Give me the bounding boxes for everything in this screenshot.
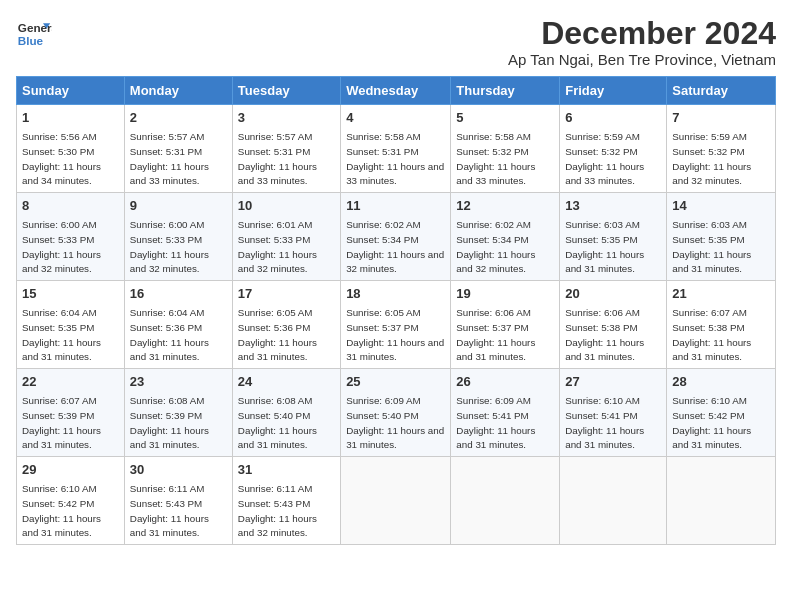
calendar-table: SundayMondayTuesdayWednesdayThursdayFrid…	[16, 76, 776, 545]
day-header-thursday: Thursday	[451, 77, 560, 105]
day-info: Sunrise: 6:00 AMSunset: 5:33 PMDaylight:…	[130, 219, 209, 274]
day-info: Sunrise: 5:57 AMSunset: 5:31 PMDaylight:…	[238, 131, 317, 186]
calendar-cell: 4Sunrise: 5:58 AMSunset: 5:31 PMDaylight…	[341, 105, 451, 193]
title-block: December 2024 Ap Tan Ngai, Ben Tre Provi…	[508, 16, 776, 68]
day-number: 23	[130, 373, 227, 391]
day-header-sunday: Sunday	[17, 77, 125, 105]
calendar-cell: 10Sunrise: 6:01 AMSunset: 5:33 PMDayligh…	[232, 193, 340, 281]
day-number: 16	[130, 285, 227, 303]
day-number: 12	[456, 197, 554, 215]
calendar-cell: 9Sunrise: 6:00 AMSunset: 5:33 PMDaylight…	[124, 193, 232, 281]
calendar-cell	[667, 457, 776, 545]
day-header-monday: Monday	[124, 77, 232, 105]
logo: General Blue General Blue	[16, 16, 52, 52]
calendar-cell: 1Sunrise: 5:56 AMSunset: 5:30 PMDaylight…	[17, 105, 125, 193]
day-info: Sunrise: 6:07 AMSunset: 5:38 PMDaylight:…	[672, 307, 751, 362]
day-info: Sunrise: 6:06 AMSunset: 5:37 PMDaylight:…	[456, 307, 535, 362]
page-title: December 2024	[508, 16, 776, 51]
calendar-cell: 13Sunrise: 6:03 AMSunset: 5:35 PMDayligh…	[560, 193, 667, 281]
day-number: 30	[130, 461, 227, 479]
day-number: 28	[672, 373, 770, 391]
day-header-wednesday: Wednesday	[341, 77, 451, 105]
day-header-saturday: Saturday	[667, 77, 776, 105]
day-number: 24	[238, 373, 335, 391]
calendar-header: SundayMondayTuesdayWednesdayThursdayFrid…	[17, 77, 776, 105]
day-info: Sunrise: 6:03 AMSunset: 5:35 PMDaylight:…	[565, 219, 644, 274]
day-info: Sunrise: 6:07 AMSunset: 5:39 PMDaylight:…	[22, 395, 101, 450]
calendar-cell: 21Sunrise: 6:07 AMSunset: 5:38 PMDayligh…	[667, 281, 776, 369]
calendar-cell: 23Sunrise: 6:08 AMSunset: 5:39 PMDayligh…	[124, 369, 232, 457]
calendar-cell: 5Sunrise: 5:58 AMSunset: 5:32 PMDaylight…	[451, 105, 560, 193]
calendar-cell: 15Sunrise: 6:04 AMSunset: 5:35 PMDayligh…	[17, 281, 125, 369]
calendar-cell: 6Sunrise: 5:59 AMSunset: 5:32 PMDaylight…	[560, 105, 667, 193]
calendar-cell: 29Sunrise: 6:10 AMSunset: 5:42 PMDayligh…	[17, 457, 125, 545]
day-info: Sunrise: 5:56 AMSunset: 5:30 PMDaylight:…	[22, 131, 101, 186]
day-info: Sunrise: 6:05 AMSunset: 5:36 PMDaylight:…	[238, 307, 317, 362]
day-info: Sunrise: 6:10 AMSunset: 5:42 PMDaylight:…	[672, 395, 751, 450]
day-number: 26	[456, 373, 554, 391]
day-info: Sunrise: 6:09 AMSunset: 5:41 PMDaylight:…	[456, 395, 535, 450]
day-header-tuesday: Tuesday	[232, 77, 340, 105]
day-number: 6	[565, 109, 661, 127]
day-info: Sunrise: 6:04 AMSunset: 5:35 PMDaylight:…	[22, 307, 101, 362]
calendar-cell: 22Sunrise: 6:07 AMSunset: 5:39 PMDayligh…	[17, 369, 125, 457]
day-info: Sunrise: 6:01 AMSunset: 5:33 PMDaylight:…	[238, 219, 317, 274]
day-number: 20	[565, 285, 661, 303]
calendar-cell	[341, 457, 451, 545]
calendar-cell: 11Sunrise: 6:02 AMSunset: 5:34 PMDayligh…	[341, 193, 451, 281]
day-number: 2	[130, 109, 227, 127]
day-number: 29	[22, 461, 119, 479]
calendar-cell: 8Sunrise: 6:00 AMSunset: 5:33 PMDaylight…	[17, 193, 125, 281]
calendar-cell: 3Sunrise: 5:57 AMSunset: 5:31 PMDaylight…	[232, 105, 340, 193]
day-number: 3	[238, 109, 335, 127]
day-number: 5	[456, 109, 554, 127]
calendar-cell: 18Sunrise: 6:05 AMSunset: 5:37 PMDayligh…	[341, 281, 451, 369]
day-info: Sunrise: 6:05 AMSunset: 5:37 PMDaylight:…	[346, 307, 444, 362]
day-info: Sunrise: 6:00 AMSunset: 5:33 PMDaylight:…	[22, 219, 101, 274]
calendar-cell: 17Sunrise: 6:05 AMSunset: 5:36 PMDayligh…	[232, 281, 340, 369]
calendar-cell: 25Sunrise: 6:09 AMSunset: 5:40 PMDayligh…	[341, 369, 451, 457]
day-info: Sunrise: 6:10 AMSunset: 5:42 PMDaylight:…	[22, 483, 101, 538]
day-number: 11	[346, 197, 445, 215]
day-number: 7	[672, 109, 770, 127]
day-info: Sunrise: 6:02 AMSunset: 5:34 PMDaylight:…	[346, 219, 444, 274]
day-info: Sunrise: 6:02 AMSunset: 5:34 PMDaylight:…	[456, 219, 535, 274]
day-info: Sunrise: 6:04 AMSunset: 5:36 PMDaylight:…	[130, 307, 209, 362]
calendar-cell: 28Sunrise: 6:10 AMSunset: 5:42 PMDayligh…	[667, 369, 776, 457]
day-number: 25	[346, 373, 445, 391]
calendar-cell: 2Sunrise: 5:57 AMSunset: 5:31 PMDaylight…	[124, 105, 232, 193]
calendar-cell: 20Sunrise: 6:06 AMSunset: 5:38 PMDayligh…	[560, 281, 667, 369]
day-header-friday: Friday	[560, 77, 667, 105]
calendar-cell: 14Sunrise: 6:03 AMSunset: 5:35 PMDayligh…	[667, 193, 776, 281]
day-number: 27	[565, 373, 661, 391]
calendar-cell: 26Sunrise: 6:09 AMSunset: 5:41 PMDayligh…	[451, 369, 560, 457]
day-info: Sunrise: 6:03 AMSunset: 5:35 PMDaylight:…	[672, 219, 751, 274]
day-number: 31	[238, 461, 335, 479]
day-number: 4	[346, 109, 445, 127]
day-number: 15	[22, 285, 119, 303]
day-info: Sunrise: 6:10 AMSunset: 5:41 PMDaylight:…	[565, 395, 644, 450]
calendar-week-5: 29Sunrise: 6:10 AMSunset: 5:42 PMDayligh…	[17, 457, 776, 545]
day-info: Sunrise: 5:59 AMSunset: 5:32 PMDaylight:…	[672, 131, 751, 186]
calendar-cell: 19Sunrise: 6:06 AMSunset: 5:37 PMDayligh…	[451, 281, 560, 369]
day-number: 1	[22, 109, 119, 127]
calendar-week-2: 8Sunrise: 6:00 AMSunset: 5:33 PMDaylight…	[17, 193, 776, 281]
calendar-cell	[560, 457, 667, 545]
logo-icon: General Blue	[16, 16, 52, 52]
page-subtitle: Ap Tan Ngai, Ben Tre Province, Vietnam	[508, 51, 776, 68]
calendar-week-4: 22Sunrise: 6:07 AMSunset: 5:39 PMDayligh…	[17, 369, 776, 457]
calendar-cell: 24Sunrise: 6:08 AMSunset: 5:40 PMDayligh…	[232, 369, 340, 457]
calendar-cell: 7Sunrise: 5:59 AMSunset: 5:32 PMDaylight…	[667, 105, 776, 193]
day-info: Sunrise: 6:08 AMSunset: 5:39 PMDaylight:…	[130, 395, 209, 450]
day-number: 9	[130, 197, 227, 215]
day-number: 10	[238, 197, 335, 215]
day-info: Sunrise: 5:58 AMSunset: 5:32 PMDaylight:…	[456, 131, 535, 186]
day-number: 13	[565, 197, 661, 215]
page-header: General Blue General Blue December 2024 …	[16, 16, 776, 68]
day-info: Sunrise: 5:57 AMSunset: 5:31 PMDaylight:…	[130, 131, 209, 186]
day-number: 17	[238, 285, 335, 303]
day-number: 22	[22, 373, 119, 391]
day-number: 14	[672, 197, 770, 215]
day-info: Sunrise: 5:58 AMSunset: 5:31 PMDaylight:…	[346, 131, 444, 186]
day-info: Sunrise: 6:11 AMSunset: 5:43 PMDaylight:…	[130, 483, 209, 538]
